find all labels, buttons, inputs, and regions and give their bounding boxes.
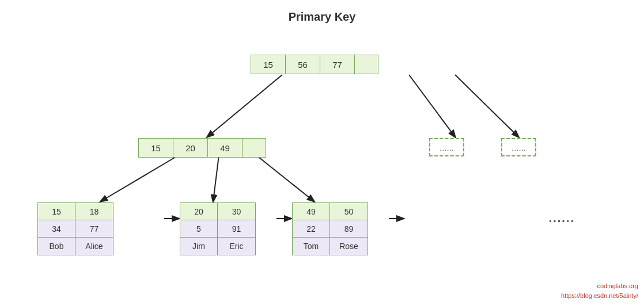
leaf-node-3: 49 50 22 89 Tom Rose <box>292 202 368 255</box>
leaf1-row3: Bob Alice <box>38 238 113 255</box>
watermark: codinglabs.org https://blog.csdn.net/5ai… <box>561 281 638 300</box>
leaf2-r3-c1: Jim <box>180 238 218 255</box>
leaf1-row2: 34 77 <box>38 220 113 238</box>
arrows-svg <box>0 0 644 306</box>
primary-key-label: Primary Key <box>0 10 644 24</box>
leaf2-r1-c2: 30 <box>218 203 255 220</box>
mid-cell-15: 15 <box>139 139 173 157</box>
leaf1-r3-c2: Alice <box>75 238 113 255</box>
dashed-node-1: ...... <box>429 138 464 156</box>
leaf2-r2-c1: 5 <box>180 220 218 238</box>
leaf3-row3: Tom Rose <box>293 238 368 255</box>
mid-cell-49: 49 <box>208 139 243 157</box>
root-node: 15 56 77 <box>251 55 378 74</box>
leaf3-row1: 49 50 <box>293 203 368 220</box>
root-cell-empty <box>355 55 378 74</box>
mid-cell-empty <box>243 139 266 157</box>
leaf2-r1-c1: 20 <box>180 203 218 220</box>
svg-line-6 <box>256 155 314 201</box>
leaf3-r2-c1: 22 <box>293 220 330 238</box>
watermark-line1: codinglabs.org <box>561 281 638 291</box>
leaf1-r1-c1: 15 <box>38 203 75 220</box>
dashed-label-1: ...... <box>440 143 454 152</box>
dots-label: ...... <box>549 212 575 225</box>
leaf1-r1-c2: 18 <box>75 203 113 220</box>
svg-line-5 <box>213 155 219 201</box>
root-cell-15: 15 <box>251 55 286 74</box>
svg-line-2 <box>409 75 455 137</box>
mid-node: 15 20 49 <box>138 138 266 158</box>
leaf1-r2-c2: 77 <box>75 220 113 238</box>
leaf3-r3-c2: Rose <box>330 238 368 255</box>
leaf3-row2: 22 89 <box>293 220 368 238</box>
svg-line-1 <box>207 75 282 137</box>
mid-cell-20: 20 <box>173 139 208 157</box>
svg-line-3 <box>455 75 518 137</box>
leaf2-row3: Jim Eric <box>180 238 255 255</box>
watermark-line2: https://blog.csdn.net/5ainty/ <box>561 291 638 301</box>
diagram-container: Primary Key 15 56 77 15 <box>0 0 644 306</box>
leaf1-row1: 15 18 <box>38 203 113 220</box>
root-cell-56: 56 <box>286 55 320 74</box>
leaf1-r3-c1: Bob <box>38 238 75 255</box>
leaf2-r3-c2: Eric <box>218 238 255 255</box>
leaf-node-2: 20 30 5 91 Jim Eric <box>180 202 256 255</box>
leaf3-r3-c1: Tom <box>293 238 330 255</box>
dashed-label-2: ...... <box>512 143 526 152</box>
leaf3-r1-c2: 50 <box>330 203 368 220</box>
svg-line-4 <box>101 155 179 201</box>
leaf3-r1-c1: 49 <box>293 203 330 220</box>
dashed-node-2: ...... <box>501 138 536 156</box>
leaf2-row1: 20 30 <box>180 203 255 220</box>
leaf3-r2-c2: 89 <box>330 220 368 238</box>
leaf1-r2-c1: 34 <box>38 220 75 238</box>
leaf2-row2: 5 91 <box>180 220 255 238</box>
root-cell-77: 77 <box>320 55 355 74</box>
leaf2-r2-c2: 91 <box>218 220 255 238</box>
leaf-node-1: 15 18 34 77 Bob Alice <box>37 202 113 255</box>
